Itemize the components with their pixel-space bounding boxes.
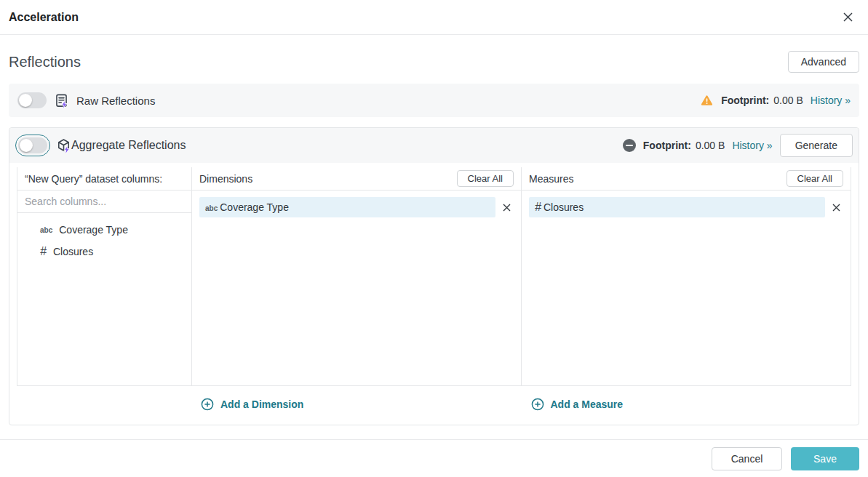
measures-header: Measures Clear All: [522, 167, 851, 191]
column-item-coverage-type[interactable]: abc Coverage Type: [17, 219, 191, 241]
text-type-icon: abc: [205, 204, 218, 212]
add-links-row: Add a Dimension Add a Measure: [9, 386, 859, 425]
number-type-icon: #: [40, 245, 47, 258]
save-button[interactable]: Save: [791, 447, 859, 470]
aggregate-footprint-label: Footprint:: [643, 140, 691, 151]
advanced-button[interactable]: Advanced: [788, 51, 859, 73]
add-dimension-button[interactable]: Add a Dimension: [201, 398, 303, 411]
close-button[interactable]: [838, 7, 858, 27]
column-item-label: Closures: [53, 246, 93, 257]
measures-title: Measures: [529, 173, 573, 185]
warning-icon: [700, 94, 714, 108]
raw-reflections-label: Raw Reflections: [76, 95, 155, 107]
search-row: [17, 191, 191, 213]
remove-icon: [501, 202, 512, 213]
add-measure-cell: Add a Measure: [522, 398, 852, 414]
disabled-status-icon: [623, 139, 636, 152]
add-dimension-label: Add a Dimension: [220, 398, 303, 410]
generate-button[interactable]: Generate: [780, 134, 853, 157]
search-columns-input[interactable]: [17, 191, 191, 212]
remove-dimension-button[interactable]: [500, 201, 514, 215]
column-list: abc Coverage Type # Closures: [17, 213, 191, 262]
dataset-columns-panel: “New Query” dataset columns: abc Coverag…: [17, 167, 192, 385]
dialog-titlebar: Acceleration: [0, 0, 868, 35]
column-item-closures[interactable]: # Closures: [17, 241, 191, 262]
measures-panel: Measures Clear All # Closures: [522, 167, 851, 385]
plus-circle-icon: [201, 398, 214, 411]
dialog-title: Acceleration: [9, 11, 79, 24]
aggregate-toggle-focus-ring: [15, 135, 50, 156]
remove-measure-button[interactable]: [829, 201, 843, 215]
add-measure-button[interactable]: Add a Measure: [531, 398, 624, 411]
aggregate-reflections-label: Aggregate Reflections: [71, 139, 186, 152]
reflections-header-row: Reflections Advanced: [9, 51, 859, 73]
dimension-chip-row: abc Coverage Type: [199, 197, 514, 217]
aggregate-reflection-icon: [56, 138, 71, 153]
raw-reflection-icon: [54, 93, 69, 108]
remove-icon: [831, 202, 842, 213]
dialog-footer: Cancel Save: [0, 439, 868, 477]
measures-clear-all-button[interactable]: Clear All: [787, 170, 843, 187]
measure-chip-label: Closures: [544, 201, 584, 213]
dimensions-clear-all-button[interactable]: Clear All: [457, 170, 514, 187]
raw-history-link[interactable]: History »: [811, 95, 851, 106]
raw-reflections-row: Raw Reflections Footprint: 0.00 B Histor…: [9, 84, 859, 117]
acceleration-dialog: Acceleration Reflections Advanced Raw Re: [0, 0, 868, 477]
dimensions-title: Dimensions: [199, 173, 252, 185]
add-measure-label: Add a Measure: [551, 398, 624, 410]
close-icon: [841, 10, 855, 24]
text-type-icon: abc: [40, 226, 52, 234]
column-item-label: Coverage Type: [59, 224, 128, 236]
raw-row-status: Footprint: 0.00 B History »: [700, 94, 851, 108]
cancel-button[interactable]: Cancel: [712, 447, 782, 470]
raw-footprint-value: 0.00 B: [773, 95, 803, 106]
dimension-chip-coverage-type[interactable]: abc Coverage Type: [199, 197, 495, 217]
aggregate-history-link[interactable]: History »: [732, 140, 772, 151]
aggregate-reflections-toggle[interactable]: [18, 137, 47, 153]
dialog-body: Reflections Advanced Raw Reflections: [0, 35, 868, 439]
raw-reflections-toggle[interactable]: [17, 92, 47, 108]
dimensions-header: Dimensions Clear All: [192, 167, 521, 191]
measure-chip-row: # Closures: [529, 197, 843, 217]
dimensions-chip-area: abc Coverage Type: [192, 191, 521, 224]
dimension-chip-label: Coverage Type: [220, 201, 289, 213]
aggregate-reflections-row: Aggregate Reflections Footprint: 0.00 B …: [9, 128, 859, 163]
measure-chip-closures[interactable]: # Closures: [529, 197, 825, 217]
plus-circle-icon: [531, 398, 544, 411]
aggregate-reflections-section: Aggregate Reflections Footprint: 0.00 B …: [9, 127, 859, 425]
raw-footprint-label: Footprint:: [721, 95, 769, 106]
dimensions-panel: Dimensions Clear All abc Coverage Type: [192, 167, 522, 385]
aggregate-row-status: Footprint: 0.00 B History » Generate: [623, 134, 853, 157]
dataset-columns-header: “New Query” dataset columns:: [17, 167, 191, 191]
dataset-columns-title: “New Query” dataset columns:: [25, 173, 162, 185]
add-dimension-cell: Add a Dimension: [191, 398, 522, 414]
measures-chip-area: # Closures: [522, 191, 851, 224]
column-picker: “New Query” dataset columns: abc Coverag…: [17, 167, 851, 386]
number-type-icon: #: [535, 201, 541, 214]
aggregate-footprint-value: 0.00 B: [696, 140, 725, 151]
reflections-heading: Reflections: [9, 54, 81, 71]
